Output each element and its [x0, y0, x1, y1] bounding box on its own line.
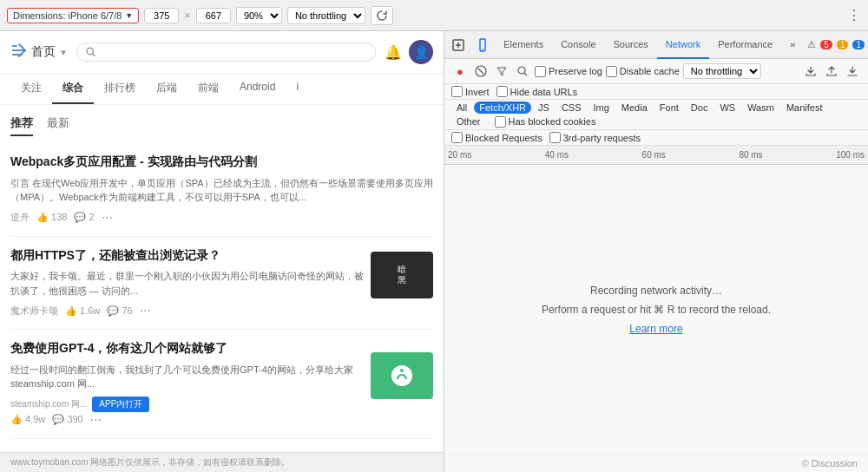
ruler-60ms: 60 ms: [642, 150, 666, 160]
article-row-3: 免费使用GPT-4，你有这几个网站就够了 经过一段时间的翻江倒海，我找到了几个可…: [10, 340, 433, 412]
invert-checkbox-label[interactable]: Invert: [451, 86, 490, 97]
nav-tab-more[interactable]: i: [286, 74, 309, 104]
inspect-button[interactable]: [448, 35, 469, 56]
tab-more[interactable]: »: [781, 31, 804, 59]
info-count: 1: [852, 40, 865, 49]
devtools-type-filter: All Fetch/XHR JS CSS Img Media Font Doc …: [444, 100, 868, 130]
nav-tab-comprehensive[interactable]: 综合: [52, 74, 94, 104]
article-author-1: 逆舟: [10, 211, 30, 224]
article-author-2: 魔术师卡颂: [10, 305, 58, 318]
timeline-ruler: 20 ms 40 ms 60 ms 80 ms 100 ms: [444, 150, 868, 160]
preserve-log-label[interactable]: Preserve log: [535, 66, 602, 77]
device-toggle-button[interactable]: [472, 35, 493, 56]
invert-checkbox[interactable]: [451, 86, 463, 97]
type-font[interactable]: Font: [654, 102, 684, 114]
article-more-2[interactable]: ···: [140, 303, 151, 318]
has-blocked-cookies-checkbox[interactable]: [495, 116, 506, 128]
article-meta-3: 👍 4.9w 💬 390 ···: [10, 412, 433, 428]
disable-cache-checkbox[interactable]: [606, 66, 617, 77]
bottom-bar: www.toymoban.com 网络图片仅供展示，非存储，如有侵权请联系删除。: [0, 452, 444, 472]
devtools-badges: ⚠ 5 1 1: [807, 39, 865, 50]
tab-performance[interactable]: Performance: [709, 31, 781, 59]
gpt-icon: [385, 358, 419, 393]
nav-tabs: 关注 综合 排行榜 后端 前端 Android i: [0, 74, 444, 105]
article-more-1[interactable]: ···: [102, 210, 113, 226]
search-icon-dt: [516, 65, 529, 77]
article-row-2: 都用HTTPS了，还能被查出浏览记录？ 大家好，我卡颂。最近，群里一个刚入职的小…: [10, 247, 433, 304]
search-box[interactable]: [76, 43, 376, 62]
throttle-dropdown[interactable]: No throttling: [683, 63, 761, 79]
search-button[interactable]: [514, 62, 531, 80]
type-fetch-xhr[interactable]: Fetch/XHR: [474, 102, 531, 114]
app-badge-3[interactable]: APP内打开: [92, 397, 149, 412]
third-party-checkbox[interactable]: [549, 132, 561, 143]
copyright-text: © Discussion: [802, 458, 858, 469]
nav-tab-frontend[interactable]: 前端: [187, 74, 229, 104]
third-party-label[interactable]: 3rd-party requests: [549, 132, 641, 143]
nav-tab-follow[interactable]: 关注: [10, 74, 52, 104]
article-comments-1: 💬 2: [74, 212, 94, 223]
more-options-button[interactable]: ⋮: [847, 7, 861, 23]
nav-tab-android[interactable]: Android: [229, 74, 286, 104]
article-content-2: 都用HTTPS了，还能被查出浏览记录？ 大家好，我卡颂。最近，群里一个刚入职的小…: [10, 247, 364, 304]
record-button[interactable]: ●: [451, 62, 469, 80]
article-meta-1: 逆舟 👍 138 💬 2 ···: [10, 210, 433, 226]
error-icon: ⚠: [807, 39, 816, 50]
clear-icon: [475, 65, 487, 77]
top-toolbar: Dimensions: iPhone 6/7/8 ▼ × 90% No thro…: [0, 0, 868, 31]
tab-sources[interactable]: Sources: [605, 31, 657, 59]
content-tab-recommend[interactable]: 推荐: [10, 112, 33, 136]
type-doc[interactable]: Doc: [686, 102, 713, 114]
blocked-requests-label[interactable]: Blocked Requests: [451, 132, 542, 143]
disable-cache-text: Disable cache: [620, 66, 680, 76]
type-img[interactable]: Img: [589, 102, 615, 114]
bell-icon[interactable]: 🔔: [385, 44, 402, 61]
type-other[interactable]: Other: [451, 115, 486, 128]
clear-button[interactable]: [472, 62, 490, 80]
nav-tab-backend[interactable]: 后端: [146, 74, 187, 104]
hide-data-urls-label[interactable]: Hide data URLs: [496, 86, 578, 97]
tab-elements[interactable]: Elements: [495, 31, 552, 59]
blocked-requests-checkbox[interactable]: [451, 132, 463, 143]
blocked-requests-text: Blocked Requests: [465, 133, 542, 143]
device-selector[interactable]: Dimensions: iPhone 6/7/8 ▼: [7, 8, 139, 23]
ruler-80ms: 80 ms: [739, 150, 762, 160]
warning-count: 1: [837, 40, 849, 49]
content-tab-latest[interactable]: 最新: [47, 112, 69, 136]
table-row: Webpack多页应用配置 - 实现路由与代码分割 引言 在现代Web应用开发中…: [10, 143, 433, 237]
search-icon: [86, 47, 95, 57]
preserve-log-checkbox[interactable]: [535, 66, 546, 77]
devtools-toolbar-right: [802, 62, 861, 80]
width-input[interactable]: [144, 8, 179, 23]
type-media[interactable]: Media: [616, 102, 653, 114]
table-row: 免费使用GPT-4，你有这几个网站就够了 经过一段时间的翻江倒海，我找到了几个可…: [10, 330, 433, 439]
hide-data-urls-checkbox[interactable]: [496, 86, 508, 97]
rotate-button[interactable]: [371, 6, 393, 25]
throttle-select[interactable]: No throttling: [287, 7, 365, 24]
preserve-log-text: Preserve log: [549, 66, 602, 76]
export-button[interactable]: [823, 62, 840, 80]
logo-text: 首页: [31, 44, 56, 60]
zoom-select[interactable]: 90%: [236, 7, 282, 24]
download-button[interactable]: [844, 62, 861, 80]
type-manifest[interactable]: Manifest: [781, 102, 828, 114]
article-more-3[interactable]: ···: [90, 412, 102, 428]
height-input[interactable]: [196, 8, 231, 23]
filter-icon: [496, 65, 508, 77]
learn-more-link[interactable]: Learn more: [629, 323, 682, 335]
has-blocked-cookies-label[interactable]: Has blocked cookies: [495, 116, 596, 128]
tab-console[interactable]: Console: [552, 31, 604, 59]
type-ws[interactable]: WS: [714, 102, 740, 114]
type-all[interactable]: All: [451, 102, 472, 114]
disable-cache-label[interactable]: Disable cache: [606, 66, 680, 77]
devtools-bottom: © Discussion: [444, 454, 868, 472]
search-input[interactable]: [99, 47, 366, 57]
import-button[interactable]: [802, 62, 819, 80]
type-wasm[interactable]: Wasm: [742, 102, 779, 114]
filter-toggle-button[interactable]: [493, 62, 510, 80]
export-icon: [825, 65, 838, 77]
nav-tab-ranking[interactable]: 排行榜: [94, 74, 146, 104]
type-js[interactable]: JS: [533, 102, 555, 114]
tab-network[interactable]: Network: [657, 31, 709, 59]
type-css[interactable]: CSS: [556, 102, 587, 114]
